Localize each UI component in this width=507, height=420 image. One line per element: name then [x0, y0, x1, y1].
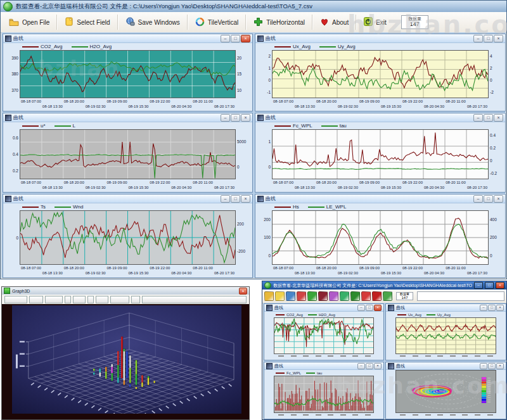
x-tick-mark [303, 414, 309, 416]
chart-window-icon [257, 35, 264, 42]
close-button[interactable]: × [496, 363, 504, 369]
x-tick-label: 08-20 17:30 [214, 105, 234, 108]
toolbar-icon-3[interactable] [286, 291, 295, 301]
minimize-button[interactable]: – [221, 35, 230, 42]
maximize-button[interactable]: □ [366, 363, 373, 369]
graph3d-toolbar-control-2[interactable] [29, 296, 43, 303]
toolbar-icon-6[interactable] [318, 291, 328, 301]
maximize-button[interactable]: □ [231, 114, 240, 122]
chart-window-buttons: –□× [221, 114, 250, 122]
minimize-button[interactable]: – [473, 114, 483, 122]
chart-window-titlebar[interactable]: 曲线–□× [3, 34, 252, 43]
minimize-button[interactable]: – [357, 363, 365, 369]
graph3d-toolbar-control-9[interactable] [131, 296, 140, 303]
chart-window-icon [388, 363, 394, 369]
close-button[interactable]: × [496, 282, 504, 289]
minimize-button[interactable]: – [480, 305, 487, 311]
chart-window-titlebar[interactable]: 曲线–□× [264, 362, 383, 370]
select-field-button[interactable]: Select Field [59, 15, 115, 29]
chart-window-titlebar[interactable]: 曲线–□× [3, 194, 252, 203]
y-tick-label [497, 339, 504, 343]
graph3d-toolbar-control-1[interactable] [4, 296, 27, 303]
chart-legend: u*L [3, 122, 252, 129]
toolbar-icon-5[interactable] [307, 291, 317, 301]
close-button[interactable]: × [241, 114, 250, 122]
x-tick-label: 08-20 04:30 [424, 105, 444, 108]
save-windows-button[interactable]: Save Windows [120, 15, 186, 29]
chart-window-titlebar[interactable]: 曲线–□× [386, 304, 506, 312]
close-button[interactable]: × [496, 305, 504, 311]
close-button[interactable]: × [241, 35, 250, 42]
about-button[interactable]: About [314, 16, 354, 29]
chart-window-titlebar[interactable]: 曲线–□× [255, 194, 505, 203]
minimize-button[interactable]: – [473, 195, 483, 203]
minimize-button[interactable]: – [474, 282, 483, 289]
graph3d-toolbar-control-8[interactable] [110, 296, 129, 303]
maximize-button[interactable]: □ [484, 114, 493, 122]
minimize-button[interactable]: – [480, 363, 487, 369]
chart-window-titlebar[interactable]: 曲线–□× [255, 113, 505, 122]
maximize-button[interactable]: □ [488, 363, 496, 369]
x-tick-label: 08-18 20:00 [316, 181, 337, 184]
x-tick-label: 08-20 17:30 [214, 271, 234, 275]
maximize-button[interactable]: □ [488, 305, 496, 311]
minimize-button[interactable]: – [221, 195, 230, 203]
minimize-button[interactable]: – [221, 114, 230, 122]
graph3d-titlebar[interactable]: Graph3D × [2, 287, 249, 295]
graph3d-toolbar-control-3[interactable] [45, 296, 63, 303]
toolbar-icon-8[interactable] [340, 291, 349, 301]
toolbar-icon-12[interactable] [383, 291, 392, 301]
x-tick-label: 08-19 22:00 [402, 181, 423, 184]
tile-horizontal-button[interactable]: TileHorizontal [248, 15, 311, 30]
toolbar-icon-9[interactable] [350, 291, 360, 301]
chart-window-titlebar[interactable]: 曲线–□× [264, 304, 383, 312]
plot-area [20, 129, 236, 179]
tile-vertical-button[interactable]: TileVertical [189, 15, 245, 30]
maximize-button[interactable]: □ [484, 35, 493, 42]
maximize-button[interactable]: □ [484, 195, 493, 203]
minimize-button[interactable]: – [473, 35, 483, 42]
toolbar-icon-1[interactable] [264, 291, 274, 301]
toolbar-icon-7[interactable] [329, 291, 338, 301]
close-button[interactable]: × [374, 305, 382, 311]
toolbar-separator [312, 15, 313, 30]
open-file-button[interactable]: Open File [3, 16, 55, 29]
toolbar-field[interactable] [417, 291, 504, 301]
chart-window-title: 曲线 [266, 35, 276, 42]
toolbar-icon-10[interactable] [361, 291, 371, 301]
maximize-button[interactable]: □ [231, 195, 240, 203]
record-count-value: 147 [408, 22, 421, 28]
graph3d-toolbar-field[interactable] [142, 296, 247, 303]
close-button[interactable]: × [494, 35, 503, 42]
chart-legend: CO2_AvgH2O_Avg [264, 312, 383, 317]
viewer2-titlebar[interactable]: 数据查看-北京华益瑞科技有限公司 文件是: C:\Users\Yongjun Y… [262, 281, 506, 290]
chart-window-title: 曲线 [266, 114, 276, 121]
toolbar-icon-11[interactable] [372, 291, 382, 301]
close-button[interactable]: × [494, 195, 503, 203]
x-tick-label: 08-19 15:30 [128, 105, 148, 108]
toolbar-icon-2[interactable] [275, 291, 285, 301]
graph3d-toolbar-control-5[interactable] [73, 296, 86, 303]
maximize-button[interactable]: □ [485, 282, 494, 289]
minimize-button[interactable]: – [357, 305, 365, 311]
x-tick-mark [400, 355, 406, 357]
close-button[interactable]: × [241, 195, 250, 203]
close-button[interactable]: × [494, 114, 503, 122]
chart-window-titlebar[interactable]: 曲线–□× [3, 113, 252, 122]
close-button[interactable]: × [239, 288, 247, 295]
chart-window-titlebar[interactable]: 曲线–□× [255, 34, 505, 43]
maximize-button[interactable]: □ [366, 305, 373, 311]
graph3d-toolbar-control-6[interactable] [87, 296, 94, 303]
plot-area [274, 317, 374, 354]
graph3d-toolbar-control-7[interactable] [96, 296, 108, 303]
toolbar-icon-4[interactable] [297, 291, 306, 301]
exit-button[interactable]: Exit [358, 15, 392, 29]
y-tick-label: -2 [490, 90, 503, 94]
close-button[interactable]: × [374, 363, 382, 369]
maximize-button[interactable]: □ [231, 35, 240, 42]
y-tick-label: 4 [490, 54, 503, 58]
graph3d-toolbar-control-4[interactable] [65, 296, 71, 303]
chart-window-title: 曲线 [396, 363, 405, 369]
chart-window-titlebar[interactable]: 曲线–□× [386, 362, 506, 370]
main-window-titlebar[interactable]: 数据查看-北京华益瑞科技有限公司 文件是 : C:\Users\Yongjun … [1, 1, 506, 12]
